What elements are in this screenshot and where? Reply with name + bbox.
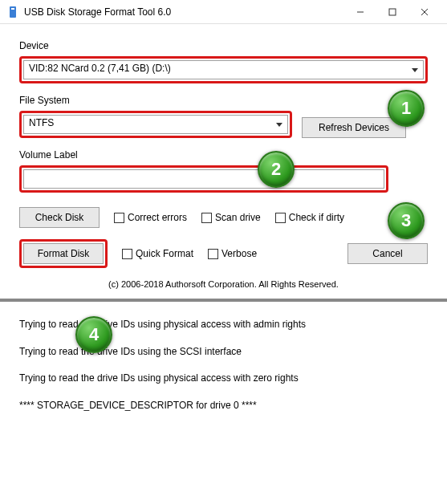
filesystem-value: NTFS: [29, 117, 54, 128]
scan-drive-checkbox[interactable]: Scan drive: [201, 212, 261, 223]
annotation-badge-1: 1: [388, 90, 425, 127]
device-select[interactable]: VID:82 NCard 0.2 (7,41 GB) (D:\): [23, 60, 424, 79]
format-disk-highlight: Format Disk: [19, 239, 108, 268]
minimize-button[interactable]: [344, 1, 376, 23]
filesystem-select[interactable]: NTFS: [23, 115, 288, 134]
refresh-devices-button[interactable]: Refresh Devices: [302, 117, 406, 138]
cancel-button[interactable]: Cancel: [347, 243, 428, 264]
titlebar: USB Disk Storage Format Tool 6.0: [0, 0, 447, 24]
close-button[interactable]: [408, 1, 441, 23]
app-icon: [6, 6, 19, 18]
divider: [0, 299, 447, 302]
log-line: **** STORAGE_DEVICE_DESCRIPTOR for drive…: [19, 392, 428, 420]
log-line: Trying to read the drive IDs using physi…: [19, 365, 428, 392]
copyright-text: (c) 2006-2018 Authorsoft Corporation. Al…: [19, 279, 428, 289]
window-controls: [344, 1, 441, 23]
checkbox-label: Correct errors: [128, 212, 187, 223]
checkbox-label: Check if dirty: [289, 212, 344, 223]
annotation-badge-4: 4: [75, 316, 112, 353]
device-value: VID:82 NCard 0.2 (7,41 GB) (D:\): [29, 63, 171, 74]
volume-label-highlight: [19, 165, 388, 193]
device-label: Device: [19, 40, 428, 51]
checkbox-icon: [275, 213, 286, 223]
maximize-button[interactable]: [376, 1, 408, 23]
check-disk-button[interactable]: Check Disk: [19, 207, 100, 228]
window-title: USB Disk Storage Format Tool 6.0: [24, 6, 344, 18]
format-disk-button[interactable]: Format Disk: [23, 243, 104, 264]
correct-errors-checkbox[interactable]: Correct errors: [114, 212, 187, 223]
filesystem-label: File System: [19, 95, 428, 106]
svg-rect-1: [11, 8, 14, 10]
device-highlight: VID:82 NCard 0.2 (7,41 GB) (D:\): [19, 56, 428, 83]
check-if-dirty-checkbox[interactable]: Check if dirty: [275, 212, 344, 223]
verbose-checkbox[interactable]: Verbose: [208, 248, 257, 259]
quick-format-checkbox[interactable]: Quick Format: [122, 248, 193, 259]
checkbox-label: Quick Format: [136, 248, 193, 259]
svg-rect-3: [389, 9, 396, 15]
filesystem-highlight: NTFS: [19, 111, 292, 138]
checkbox-icon: [208, 249, 218, 259]
checkbox-icon: [201, 213, 212, 223]
checkbox-label: Scan drive: [215, 212, 261, 223]
annotation-badge-2: 2: [258, 151, 295, 188]
checkbox-label: Verbose: [221, 248, 257, 259]
annotation-badge-3: 3: [388, 202, 425, 239]
volume-label-label: Volume Label: [19, 149, 428, 161]
volume-label-input[interactable]: [23, 169, 384, 189]
checkbox-icon: [122, 249, 132, 259]
checkbox-icon: [114, 213, 124, 223]
